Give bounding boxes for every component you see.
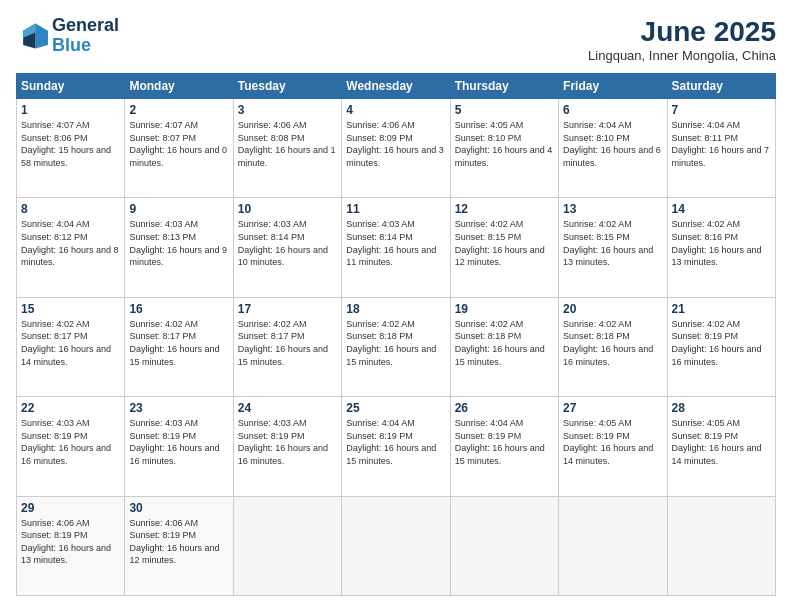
- day-cell-22: 22Sunrise: 4:03 AMSunset: 8:19 PMDayligh…: [17, 397, 125, 496]
- day-number: 26: [455, 401, 554, 415]
- day-info: Sunrise: 4:07 AMSunset: 8:07 PMDaylight:…: [129, 119, 228, 169]
- day-cell-17: 17Sunrise: 4:02 AMSunset: 8:17 PMDayligh…: [233, 297, 341, 396]
- day-info: Sunrise: 4:03 AMSunset: 8:14 PMDaylight:…: [346, 218, 445, 268]
- day-number: 22: [21, 401, 120, 415]
- logo-text: General Blue: [52, 16, 119, 56]
- page: General Blue June 2025 Lingquan, Inner M…: [0, 0, 792, 612]
- day-number: 23: [129, 401, 228, 415]
- day-info: Sunrise: 4:02 AMSunset: 8:17 PMDaylight:…: [21, 318, 120, 368]
- day-cell-26: 26Sunrise: 4:04 AMSunset: 8:19 PMDayligh…: [450, 397, 558, 496]
- day-info: Sunrise: 4:06 AMSunset: 8:19 PMDaylight:…: [129, 517, 228, 567]
- day-cell-2: 2Sunrise: 4:07 AMSunset: 8:07 PMDaylight…: [125, 99, 233, 198]
- col-header-sunday: Sunday: [17, 74, 125, 99]
- day-cell-18: 18Sunrise: 4:02 AMSunset: 8:18 PMDayligh…: [342, 297, 450, 396]
- empty-cell: [667, 496, 775, 595]
- day-number: 9: [129, 202, 228, 216]
- day-number: 5: [455, 103, 554, 117]
- day-number: 8: [21, 202, 120, 216]
- day-info: Sunrise: 4:02 AMSunset: 8:15 PMDaylight:…: [563, 218, 662, 268]
- day-number: 27: [563, 401, 662, 415]
- day-cell-3: 3Sunrise: 4:06 AMSunset: 8:08 PMDaylight…: [233, 99, 341, 198]
- day-info: Sunrise: 4:04 AMSunset: 8:12 PMDaylight:…: [21, 218, 120, 268]
- day-cell-14: 14Sunrise: 4:02 AMSunset: 8:16 PMDayligh…: [667, 198, 775, 297]
- day-number: 20: [563, 302, 662, 316]
- day-info: Sunrise: 4:03 AMSunset: 8:19 PMDaylight:…: [21, 417, 120, 467]
- day-info: Sunrise: 4:03 AMSunset: 8:14 PMDaylight:…: [238, 218, 337, 268]
- day-info: Sunrise: 4:02 AMSunset: 8:15 PMDaylight:…: [455, 218, 554, 268]
- day-info: Sunrise: 4:04 AMSunset: 8:11 PMDaylight:…: [672, 119, 771, 169]
- day-cell-21: 21Sunrise: 4:02 AMSunset: 8:19 PMDayligh…: [667, 297, 775, 396]
- day-number: 7: [672, 103, 771, 117]
- day-cell-30: 30Sunrise: 4:06 AMSunset: 8:19 PMDayligh…: [125, 496, 233, 595]
- day-info: Sunrise: 4:04 AMSunset: 8:19 PMDaylight:…: [455, 417, 554, 467]
- day-cell-6: 6Sunrise: 4:04 AMSunset: 8:10 PMDaylight…: [559, 99, 667, 198]
- day-cell-27: 27Sunrise: 4:05 AMSunset: 8:19 PMDayligh…: [559, 397, 667, 496]
- day-info: Sunrise: 4:06 AMSunset: 8:19 PMDaylight:…: [21, 517, 120, 567]
- day-info: Sunrise: 4:03 AMSunset: 8:19 PMDaylight:…: [129, 417, 228, 467]
- day-cell-1: 1Sunrise: 4:07 AMSunset: 8:06 PMDaylight…: [17, 99, 125, 198]
- day-number: 29: [21, 501, 120, 515]
- day-cell-29: 29Sunrise: 4:06 AMSunset: 8:19 PMDayligh…: [17, 496, 125, 595]
- day-info: Sunrise: 4:06 AMSunset: 8:09 PMDaylight:…: [346, 119, 445, 169]
- day-info: Sunrise: 4:02 AMSunset: 8:18 PMDaylight:…: [455, 318, 554, 368]
- day-cell-16: 16Sunrise: 4:02 AMSunset: 8:17 PMDayligh…: [125, 297, 233, 396]
- day-info: Sunrise: 4:04 AMSunset: 8:10 PMDaylight:…: [563, 119, 662, 169]
- day-cell-7: 7Sunrise: 4:04 AMSunset: 8:11 PMDaylight…: [667, 99, 775, 198]
- day-number: 4: [346, 103, 445, 117]
- day-number: 3: [238, 103, 337, 117]
- week-row-5: 29Sunrise: 4:06 AMSunset: 8:19 PMDayligh…: [17, 496, 776, 595]
- day-cell-10: 10Sunrise: 4:03 AMSunset: 8:14 PMDayligh…: [233, 198, 341, 297]
- day-info: Sunrise: 4:04 AMSunset: 8:19 PMDaylight:…: [346, 417, 445, 467]
- logo-icon: [16, 20, 48, 52]
- day-info: Sunrise: 4:02 AMSunset: 8:17 PMDaylight:…: [238, 318, 337, 368]
- col-header-wednesday: Wednesday: [342, 74, 450, 99]
- week-row-4: 22Sunrise: 4:03 AMSunset: 8:19 PMDayligh…: [17, 397, 776, 496]
- logo: General Blue: [16, 16, 119, 56]
- day-cell-20: 20Sunrise: 4:02 AMSunset: 8:18 PMDayligh…: [559, 297, 667, 396]
- day-number: 19: [455, 302, 554, 316]
- day-cell-9: 9Sunrise: 4:03 AMSunset: 8:13 PMDaylight…: [125, 198, 233, 297]
- day-number: 13: [563, 202, 662, 216]
- day-cell-5: 5Sunrise: 4:05 AMSunset: 8:10 PMDaylight…: [450, 99, 558, 198]
- col-header-tuesday: Tuesday: [233, 74, 341, 99]
- day-cell-8: 8Sunrise: 4:04 AMSunset: 8:12 PMDaylight…: [17, 198, 125, 297]
- day-cell-19: 19Sunrise: 4:02 AMSunset: 8:18 PMDayligh…: [450, 297, 558, 396]
- day-info: Sunrise: 4:07 AMSunset: 8:06 PMDaylight:…: [21, 119, 120, 169]
- day-number: 28: [672, 401, 771, 415]
- empty-cell: [559, 496, 667, 595]
- col-header-thursday: Thursday: [450, 74, 558, 99]
- week-row-3: 15Sunrise: 4:02 AMSunset: 8:17 PMDayligh…: [17, 297, 776, 396]
- col-header-monday: Monday: [125, 74, 233, 99]
- svg-marker-0: [36, 23, 48, 48]
- day-cell-11: 11Sunrise: 4:03 AMSunset: 8:14 PMDayligh…: [342, 198, 450, 297]
- day-number: 14: [672, 202, 771, 216]
- day-info: Sunrise: 4:02 AMSunset: 8:16 PMDaylight:…: [672, 218, 771, 268]
- day-cell-4: 4Sunrise: 4:06 AMSunset: 8:09 PMDaylight…: [342, 99, 450, 198]
- day-cell-25: 25Sunrise: 4:04 AMSunset: 8:19 PMDayligh…: [342, 397, 450, 496]
- day-number: 15: [21, 302, 120, 316]
- day-info: Sunrise: 4:06 AMSunset: 8:08 PMDaylight:…: [238, 119, 337, 169]
- day-info: Sunrise: 4:02 AMSunset: 8:19 PMDaylight:…: [672, 318, 771, 368]
- day-info: Sunrise: 4:05 AMSunset: 8:10 PMDaylight:…: [455, 119, 554, 169]
- empty-cell: [450, 496, 558, 595]
- header: General Blue June 2025 Lingquan, Inner M…: [16, 16, 776, 63]
- empty-cell: [342, 496, 450, 595]
- day-number: 1: [21, 103, 120, 117]
- calendar-table: SundayMondayTuesdayWednesdayThursdayFrid…: [16, 73, 776, 596]
- day-cell-13: 13Sunrise: 4:02 AMSunset: 8:15 PMDayligh…: [559, 198, 667, 297]
- day-number: 16: [129, 302, 228, 316]
- day-cell-24: 24Sunrise: 4:03 AMSunset: 8:19 PMDayligh…: [233, 397, 341, 496]
- day-info: Sunrise: 4:05 AMSunset: 8:19 PMDaylight:…: [563, 417, 662, 467]
- day-info: Sunrise: 4:02 AMSunset: 8:18 PMDaylight:…: [563, 318, 662, 368]
- day-cell-15: 15Sunrise: 4:02 AMSunset: 8:17 PMDayligh…: [17, 297, 125, 396]
- day-cell-28: 28Sunrise: 4:05 AMSunset: 8:19 PMDayligh…: [667, 397, 775, 496]
- empty-cell: [233, 496, 341, 595]
- title-block: June 2025 Lingquan, Inner Mongolia, Chin…: [588, 16, 776, 63]
- day-number: 10: [238, 202, 337, 216]
- month-title: June 2025: [588, 16, 776, 48]
- day-number: 18: [346, 302, 445, 316]
- day-number: 2: [129, 103, 228, 117]
- day-number: 30: [129, 501, 228, 515]
- day-info: Sunrise: 4:02 AMSunset: 8:17 PMDaylight:…: [129, 318, 228, 368]
- col-header-friday: Friday: [559, 74, 667, 99]
